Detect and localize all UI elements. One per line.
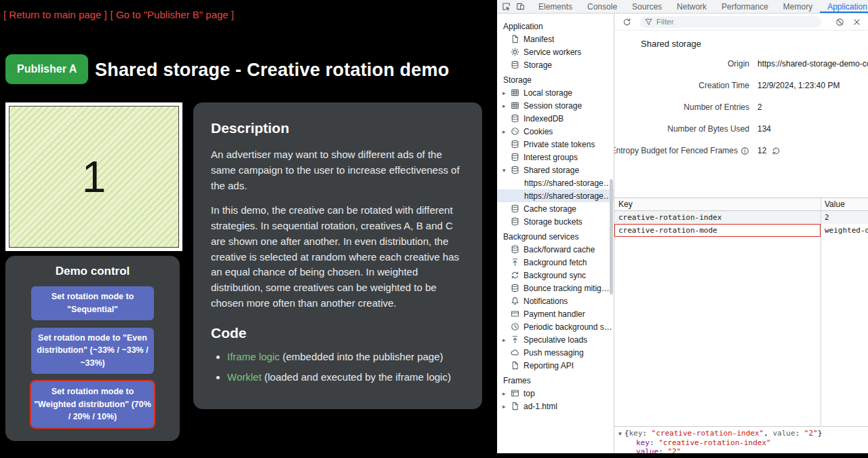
document-icon [511, 35, 519, 43]
metadata-section: Originhttps://shared-storage-demo-coCrea… [614, 53, 868, 161]
sidebar-item-label: Shared storage [524, 166, 579, 175]
sidebar-scrollbar[interactable] [610, 179, 613, 294]
preview-property: key: "creative-rotation-index" [618, 438, 864, 447]
sidebar-section-storage: Storage▸Local storage▸Session storageInd… [497, 74, 614, 228]
devtools-tabs: ElementsConsoleSourcesNetworkPerformance… [531, 0, 868, 13]
metadata-value-text: 12 [757, 146, 766, 155]
info-icon[interactable] [741, 147, 749, 155]
filter-box[interactable] [639, 16, 821, 28]
close-icon[interactable] [852, 18, 861, 26]
return-to-main-link[interactable]: [ Return to main page ] [3, 9, 107, 20]
sidebar-item-reporting-api[interactable]: Reporting API [497, 359, 614, 372]
metadata-value: 134 [757, 124, 771, 134]
metadata-value: 12/9/2024, 1:23:40 PM [757, 81, 840, 90]
tab-sources[interactable]: Sources [625, 0, 669, 13]
device-toolbar-icon[interactable] [516, 2, 525, 11]
table-header: KeyValue [614, 198, 868, 211]
tab-application[interactable]: Application [820, 0, 868, 13]
ad-creative-frame[interactable]: 1 [5, 102, 182, 251]
sidebar-item-storage-buckets[interactable]: Storage buckets [497, 215, 614, 228]
sidebar-item-ad-1-html[interactable]: ▸ad-1.html [497, 400, 614, 413]
property-name: key [629, 429, 642, 438]
metadata-row: Number of Bytes Used134 [614, 118, 868, 140]
sidebar-item-label: Notifications [524, 297, 568, 306]
sidebar-item-top[interactable]: ▸top [497, 387, 614, 400]
refresh-icon[interactable] [623, 18, 631, 26]
sidebar-item-label: Storage [524, 60, 552, 70]
reset-icon[interactable] [772, 147, 781, 155]
sidebar-item-speculative-loads[interactable]: ▸Speculative loads [497, 333, 614, 346]
sidebar-item-label: Periodic background s… [524, 322, 612, 332]
table-row[interactable]: creative-rotation-modeweighted-distribut… [614, 224, 868, 237]
code-list: Iframe logic (embedded into the publishe… [211, 349, 465, 385]
table-row[interactable]: creative-rotation-index2 [614, 211, 868, 224]
sidebar-item-label: Interest groups [524, 153, 578, 162]
sidebar-item-https-shared-storage-d[interactable]: https://shared-storage-d… [497, 189, 614, 202]
table-icon [511, 101, 519, 110]
sidebar-item-cache-storage[interactable]: Cache storage [497, 202, 614, 215]
sidebar-item-manifest[interactable]: Manifest [497, 33, 614, 45]
sidebar-item-payment-handler[interactable]: Payment handler [497, 307, 614, 320]
devtools-main: Shared storage Originhttps://shared-stor… [614, 14, 868, 453]
sidebar-item-push-messaging[interactable]: Push messaging [497, 346, 614, 359]
preview-summary: ▼{key: "creative-rotation-index", value:… [618, 429, 864, 438]
sidebar-item-background-sync[interactable]: Background sync [497, 269, 614, 282]
column-header-key[interactable]: Key [614, 198, 821, 210]
metadata-value: 2 [757, 102, 762, 112]
set-rotation-mode-button-2[interactable]: Set rotation mode to "Even distribution"… [31, 328, 154, 374]
set-rotation-mode-button-1[interactable]: Set rotation mode to "Sequential" [31, 286, 154, 320]
sidebar-item-periodic-background-s[interactable]: Periodic background s… [497, 320, 614, 333]
clear-icon[interactable] [835, 18, 844, 26]
clock-icon [511, 322, 519, 331]
database-icon [511, 114, 519, 123]
sidebar-item-bounce-tracking-mitiga[interactable]: Bounce tracking mitiga… [497, 282, 614, 294]
sidebar-item-background-fetch[interactable]: Background fetch [497, 256, 614, 269]
sidebar-item-indexeddb[interactable]: IndexedDB [497, 112, 614, 125]
go-to-publisher-b-link[interactable]: [ Go to "Publisher B" page ] [111, 9, 234, 20]
sidebar-item-notifications[interactable]: Notifications [497, 294, 614, 307]
sidebar-item-shared-storage[interactable]: ▾Shared storage [497, 164, 614, 176]
expand-toggle-icon[interactable]: ▼ [618, 431, 622, 437]
iframe-logic-link[interactable]: Iframe logic [227, 351, 280, 362]
sidebar-item-label: Private state tokens [524, 140, 595, 149]
toolbar-right-icons [835, 18, 861, 26]
worklet-link[interactable]: Worklet [227, 371, 262, 383]
tab-console[interactable]: Console [580, 0, 625, 13]
sidebar-section-title: Frames [497, 375, 614, 387]
metadata-value: 12 [757, 146, 781, 155]
sidebar-item-storage[interactable]: Storage [497, 58, 614, 71]
sidebar-item-interest-groups[interactable]: Interest groups [497, 151, 614, 164]
sidebar-item-private-state-tokens[interactable]: Private state tokens [497, 138, 614, 151]
tab-memory[interactable]: Memory [776, 0, 820, 13]
sidebar-item-session-storage[interactable]: ▸Session storage [497, 99, 614, 112]
filter-input[interactable] [656, 18, 816, 26]
column-header-value[interactable]: Value [821, 198, 849, 210]
inspect-icon[interactable] [502, 2, 511, 11]
sidebar-section-background-services: Background servicesBack/forward cacheBac… [497, 231, 614, 372]
publisher-badge: Publisher A [5, 54, 88, 84]
filter-icon [644, 18, 653, 26]
database-icon [511, 153, 519, 161]
metadata-label-text: Number of Bytes Used [667, 124, 749, 134]
key-cell: creative-rotation-index [614, 211, 821, 224]
sidebar-item-back-forward-cache[interactable]: Back/forward cache [497, 243, 614, 256]
metadata-label: Origin [614, 59, 749, 69]
sidebar-item-service-workers[interactable]: Service workers [497, 45, 614, 58]
sidebar-item-https-shared-storage-d[interactable]: https://shared-storage-d… [497, 176, 614, 189]
sidebar-item-label: Manifest [524, 35, 554, 44]
tab-elements[interactable]: Elements [531, 0, 580, 13]
metadata-row: Creation Time12/9/2024, 1:23:40 PM [614, 75, 868, 96]
top-links: [ Return to main page ][ Go to "Publishe… [3, 9, 237, 20]
code-list-item: Iframe logic (embedded into the publishe… [227, 349, 465, 365]
metadata-value-text: 134 [757, 124, 771, 134]
set-rotation-mode-button-3[interactable]: Set rotation mode to "Weighted distribut… [31, 381, 154, 427]
column-divider[interactable] [821, 198, 821, 426]
tab-performance[interactable]: Performance [714, 0, 776, 13]
sidebar-item-local-storage[interactable]: ▸Local storage [497, 86, 614, 99]
sidebar-item-cookies[interactable]: ▸Cookies [497, 125, 614, 138]
database-icon [511, 245, 519, 254]
tab-network[interactable]: Network [669, 0, 714, 13]
metadata-value-text: 2 [757, 102, 762, 112]
metadata-label: Entropy Budget for Fenced Frames [614, 146, 749, 155]
gear-icon [511, 47, 519, 56]
